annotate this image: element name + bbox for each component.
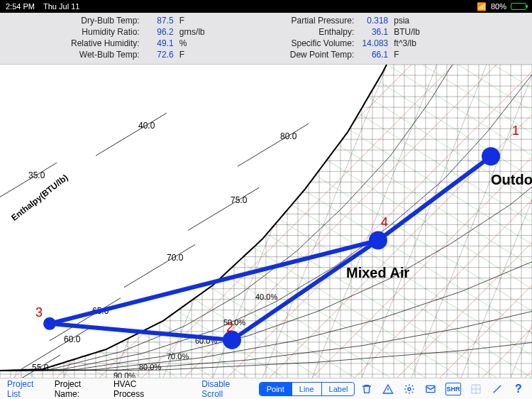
- battery-icon: [511, 3, 526, 10]
- status-date: Thu Jul 11: [43, 2, 79, 11]
- svg-line-137: [0, 65, 390, 378]
- svg-line-191: [124, 245, 195, 288]
- segment-point[interactable]: Point: [260, 383, 292, 395]
- svg-text:35.0: 35.0: [28, 170, 45, 180]
- line-tool-icon[interactable]: [491, 383, 504, 395]
- trash-icon[interactable]: [360, 383, 373, 395]
- svg-line-166: [262, 65, 387, 378]
- svg-text:40.0: 40.0: [138, 121, 155, 131]
- svg-line-193: [188, 187, 259, 230]
- svg-line-128: [0, 65, 71, 378]
- svg-text:70.0%: 70.0%: [167, 352, 189, 361]
- svg-line-154: [494, 65, 532, 378]
- svg-text:80.0: 80.0: [280, 131, 297, 141]
- svg-line-187: [21, 327, 92, 369]
- segment-line[interactable]: Line: [292, 383, 321, 395]
- project-name: HVAC Process: [113, 379, 169, 399]
- svg-text:40.0%: 40.0%: [255, 293, 277, 301]
- svg-line-136: [0, 65, 355, 378]
- toolbar: Project List Project Name: HVAC Process …: [0, 378, 532, 399]
- svg-text:1: 1: [512, 124, 519, 138]
- svg-text:60.0: 60.0: [64, 334, 81, 344]
- svg-line-208: [50, 241, 378, 324]
- svg-text:70.0: 70.0: [167, 253, 184, 263]
- svg-point-216: [369, 231, 387, 250]
- svg-line-152: [423, 65, 532, 378]
- svg-line-111: [397, 65, 532, 378]
- svg-text:2: 2: [226, 320, 233, 334]
- svg-line-114: [525, 65, 532, 378]
- svg-line-183: [96, 113, 167, 155]
- help-icon[interactable]: ?: [512, 383, 525, 395]
- status-bar: 2:54 PM Thu Jul 11 📶 80%: [0, 0, 532, 13]
- disable-scroll-button[interactable]: Disable Scroll: [201, 379, 253, 399]
- psychrometric-chart[interactable]: 35.040.055.060.065.070.075.080.0Enthalpy…: [0, 65, 532, 378]
- svg-text:Mixed Air: Mixed Air: [346, 265, 409, 280]
- wifi-icon: 📶: [477, 2, 487, 11]
- svg-text:80.0%: 80.0%: [139, 363, 161, 371]
- warning-icon[interactable]: [382, 383, 394, 395]
- svg-text:90.0%: 90.0%: [113, 371, 135, 378]
- info-value: 87.5: [145, 16, 174, 26]
- svg-line-159: [0, 65, 40, 378]
- svg-text:55.0: 55.0: [32, 363, 49, 373]
- shr-button[interactable]: SHR: [445, 383, 461, 395]
- svg-line-164: [163, 65, 288, 378]
- project-list-button[interactable]: Project List: [7, 379, 49, 399]
- svg-line-127: [0, 65, 35, 378]
- info-col-right: Partial Pressure: 0.318 psia Enthalpy: 3…: [290, 16, 420, 60]
- svg-line-169: [411, 65, 532, 378]
- svg-line-150: [352, 65, 532, 378]
- info-label: Dry-Bulb Temp:: [71, 16, 140, 26]
- svg-point-219: [408, 388, 411, 390]
- svg-line-107: [227, 65, 532, 378]
- battery-percent: 80%: [491, 2, 506, 11]
- svg-line-99: [0, 65, 199, 378]
- project-name-label: Project Name:: [55, 379, 108, 399]
- status-time: 2:54 PM: [6, 2, 35, 11]
- svg-line-112: [440, 65, 532, 378]
- svg-text:75.0: 75.0: [231, 195, 248, 205]
- svg-line-195: [238, 124, 309, 166]
- info-panel: Dry-Bulb Temp: 87.5 F Humidity Ratio: 96…: [0, 13, 532, 65]
- svg-line-144: [139, 65, 532, 378]
- svg-point-214: [43, 317, 56, 330]
- svg-line-167: [312, 65, 437, 378]
- gear-icon[interactable]: [403, 383, 416, 395]
- segment-label[interactable]: Label: [321, 383, 355, 395]
- svg-line-96: [0, 65, 71, 378]
- svg-line-146: [210, 65, 532, 378]
- info-col-left: Dry-Bulb Temp: 87.5 F Humidity Ratio: 96…: [71, 16, 205, 60]
- mail-icon[interactable]: [424, 383, 437, 395]
- info-unit: F: [179, 16, 205, 26]
- mode-segmented-control[interactable]: Point Line Label: [259, 382, 355, 396]
- svg-point-209: [482, 147, 500, 165]
- svg-line-113: [482, 65, 532, 378]
- svg-text:Outdoor: Outdoor: [491, 172, 532, 187]
- svg-text:4: 4: [381, 214, 388, 229]
- svg-text:3: 3: [35, 305, 43, 319]
- chart-canvas[interactable]: 35.040.055.060.065.070.075.080.0Enthalpy…: [0, 65, 532, 378]
- grid-icon[interactable]: [470, 383, 482, 395]
